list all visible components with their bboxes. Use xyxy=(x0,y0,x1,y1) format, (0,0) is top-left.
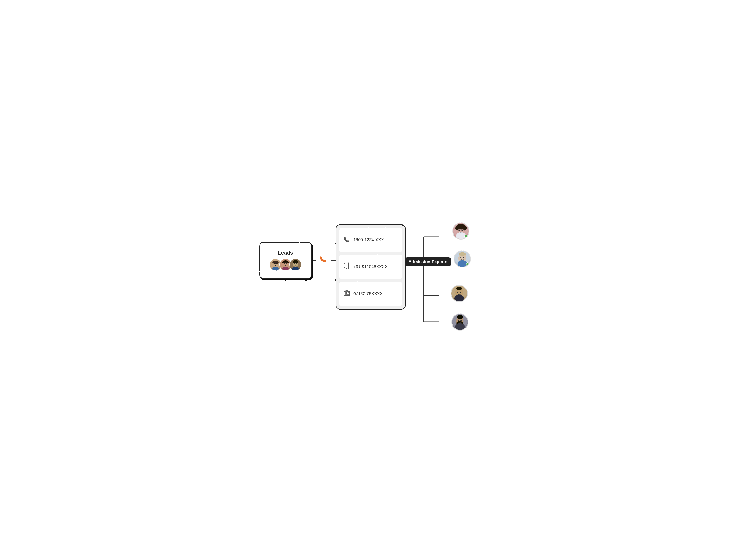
svg-point-55 xyxy=(461,320,462,321)
fax-number: 07122 78XXXX xyxy=(353,291,383,296)
svg-point-19 xyxy=(294,263,295,264)
svg-point-35 xyxy=(459,230,460,231)
svg-point-9 xyxy=(271,267,279,270)
svg-point-43 xyxy=(461,257,462,258)
leads-avatars xyxy=(269,258,302,271)
svg-point-32 xyxy=(455,226,459,230)
svg-point-11 xyxy=(274,263,275,264)
phone-row-landline: 1800-1234-XXX xyxy=(339,228,402,252)
svg-rect-29 xyxy=(345,291,348,292)
mobile-number: +91 911948XXXX xyxy=(353,264,388,269)
expert-avatar-3 xyxy=(451,285,468,302)
svg-rect-22 xyxy=(346,268,347,269)
svg-point-51 xyxy=(457,315,463,319)
diagram-container: Leads xyxy=(259,211,474,349)
svg-point-49 xyxy=(460,292,461,293)
svg-point-41 xyxy=(459,252,466,256)
leads-card: Leads xyxy=(259,242,312,279)
phone-row-fax: 07122 78XXXX xyxy=(339,282,402,306)
svg-point-16 xyxy=(286,263,287,264)
svg-point-44 xyxy=(463,257,464,258)
svg-point-47 xyxy=(455,295,464,301)
svg-point-42 xyxy=(458,260,467,267)
admission-experts-label: Admission Experts xyxy=(405,257,451,266)
svg-point-46 xyxy=(456,287,462,290)
landline-icon xyxy=(343,236,350,244)
svg-point-10 xyxy=(272,261,278,264)
svg-point-48 xyxy=(457,292,459,293)
svg-point-54 xyxy=(458,320,459,321)
svg-point-15 xyxy=(284,263,285,264)
mobile-icon xyxy=(343,263,350,271)
status-dot-2 xyxy=(466,262,469,266)
phone-numbers-card: 1800-1234-XXX +91 911948XXXX xyxy=(335,224,406,310)
expert-avatar-2 xyxy=(454,250,471,267)
svg-point-34 xyxy=(456,232,466,239)
svg-point-20 xyxy=(296,263,297,264)
expert-avatar-1 xyxy=(452,222,470,240)
orange-phone-icon xyxy=(318,254,329,266)
phone-connector xyxy=(316,253,331,267)
expert-avatar-4 xyxy=(451,313,469,331)
svg-point-33 xyxy=(463,226,467,230)
svg-point-12 xyxy=(276,263,277,264)
fax-icon xyxy=(343,290,350,298)
svg-rect-25 xyxy=(345,292,347,294)
svg-point-53 xyxy=(455,323,465,330)
status-dot-1 xyxy=(465,235,468,238)
phone-row-mobile: +91 911948XXXX xyxy=(339,255,402,279)
avatar-3 xyxy=(289,258,302,271)
leads-title: Leads xyxy=(278,250,293,256)
svg-point-18 xyxy=(292,267,299,270)
svg-point-14 xyxy=(282,267,289,270)
landline-number: 1800-1234-XXX xyxy=(353,237,384,242)
